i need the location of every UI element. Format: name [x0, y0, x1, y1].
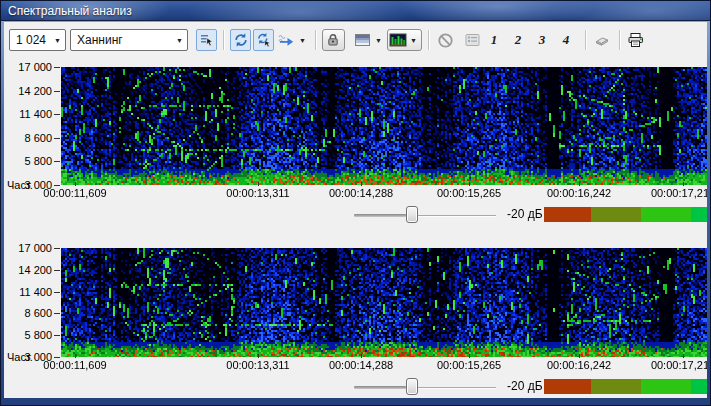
time-tick-mark [469, 182, 470, 186]
channel-top: 17 00014 20011 4008 6005 800Част.3 000 0… [4, 67, 707, 224]
time-tick-label: 00:00:17,219 [651, 359, 707, 371]
channel-page-4-button[interactable]: 4 [563, 32, 573, 48]
legend-panel-button[interactable] [462, 29, 483, 51]
window-title: Спектральный анализ [1, 4, 132, 18]
time-tick-mark [469, 354, 470, 358]
refresh-icon [233, 32, 249, 48]
wave-arrow-icon [278, 32, 296, 48]
time-tick-mark [683, 354, 684, 358]
mini-spectrogram-icon [389, 32, 407, 48]
slider-thumb[interactable] [406, 378, 418, 395]
time-tick-mark [683, 182, 684, 186]
time-tick-label: 00:00:14,288 [329, 359, 393, 371]
window-content: 1 024 ▼ Ханнинг ▼ [4, 22, 707, 398]
freq-tick-row: 8 600 [4, 307, 61, 319]
time-tick-mark [258, 182, 259, 186]
select-region-button[interactable] [196, 29, 217, 51]
time-tick-mark [75, 182, 76, 186]
printer-icon [627, 32, 645, 49]
time-tick-mark [579, 182, 580, 186]
chevron-down-icon[interactable]: ▼ [375, 37, 382, 44]
level-row: -20 дБ [4, 378, 707, 396]
refresh-selection-button[interactable] [253, 29, 274, 51]
freq-tick-row: 8 600 [4, 132, 61, 144]
slider-fill [354, 386, 406, 389]
channel-page-1-button[interactable]: 1 [491, 32, 501, 48]
level-scale-segment [641, 379, 691, 394]
disable-overlay-button[interactable] [435, 29, 456, 51]
time-tick-label: 00:00:16,242 [547, 359, 611, 371]
palette-mode-split-button[interactable]: ▼ [387, 29, 422, 51]
channel-page-3-button[interactable]: 3 [539, 32, 549, 48]
prohibition-icon [437, 32, 454, 49]
freq-tick-row: 11 400 [4, 286, 61, 298]
time-tick-label: 00:00:16,242 [547, 187, 611, 199]
frequency-axis: 17 00014 20011 4008 6005 800Част.3 000 [4, 67, 61, 185]
level-row: -20 дБ [4, 206, 707, 224]
level-scale-segment [591, 379, 641, 394]
list-cursor-icon [199, 32, 215, 48]
toolbar-separator [223, 30, 224, 50]
chevron-down-icon: ▼ [176, 37, 183, 44]
freq-tick-label: 8 600 [24, 132, 52, 144]
channel-page-2-button[interactable]: 2 [515, 32, 525, 48]
level-scale-segment [591, 207, 641, 222]
freq-tick-mark [54, 270, 60, 271]
level-scale-segment [544, 379, 591, 394]
freq-tick-mark [54, 292, 60, 293]
freq-tick-row: 5 800 [4, 329, 61, 341]
level-db-label: -20 дБ [507, 379, 543, 393]
freq-tick-label: 11 400 [19, 108, 52, 120]
refresh-button[interactable] [230, 29, 251, 51]
print-button[interactable] [626, 29, 647, 51]
level-scale-segment [641, 207, 691, 222]
time-tick-mark [75, 354, 76, 358]
erase-button[interactable] [592, 29, 613, 51]
freq-tick-mark [54, 335, 60, 336]
slider-thumb[interactable] [406, 206, 418, 223]
list-panel-icon [464, 32, 481, 48]
chevron-down-icon[interactable]: ▼ [299, 37, 306, 44]
time-tick-label: 00:00:14,288 [329, 187, 393, 199]
freq-tick-row: 14 200 [4, 264, 61, 276]
time-tick-label: 00:00:13,311 [226, 187, 289, 199]
freq-tick-label: 5 800 [24, 329, 52, 341]
time-tick-mark [361, 354, 362, 358]
spectrogram-canvas[interactable] [61, 67, 707, 185]
display-mode-button[interactable] [352, 29, 373, 51]
lock-button[interactable] [322, 29, 345, 51]
follow-playback-button[interactable] [276, 29, 297, 51]
freq-tick-mark [54, 67, 60, 68]
chevron-down-icon[interactable]: ▼ [407, 37, 420, 44]
freq-tick-row: 17 000 [4, 242, 61, 254]
freq-tick-label: 14 200 [18, 85, 52, 97]
titlebar[interactable]: Спектральный анализ [1, 1, 710, 21]
freq-tick-mark [54, 248, 60, 249]
spectrogram-canvas[interactable] [61, 248, 707, 357]
freq-tick-label: 5 800 [24, 155, 52, 167]
time-axis: 00:00:11,60900:00:13,31100:00:14,28800:0… [4, 185, 707, 200]
level-scale-segment [691, 379, 707, 394]
freq-tick-mark [54, 91, 60, 92]
channel-bottom: 17 00014 20011 4008 6005 800Част.3 000 0… [4, 248, 707, 396]
level-scale-segment [691, 207, 707, 222]
spectral-analysis-window: Спектральный анализ 1 024 ▼ Ханнинг ▼ [0, 0, 711, 406]
fft-size-value: 1 024 [16, 33, 46, 47]
freq-tick-label: 14 200 [18, 264, 52, 276]
time-tick-label: 00:00:13,311 [226, 359, 289, 371]
toolbar: 1 024 ▼ Ханнинг ▼ [4, 22, 707, 58]
fft-size-select[interactable]: 1 024 ▼ [9, 29, 66, 51]
level-slider[interactable] [354, 378, 496, 396]
window-function-select[interactable]: Ханнинг ▼ [70, 29, 188, 51]
level-scale-segment [544, 207, 591, 222]
freq-tick-mark [54, 313, 60, 314]
time-tick-label: 00:00:15,265 [437, 359, 501, 371]
level-slider[interactable] [354, 206, 496, 224]
toolbar-separator [585, 30, 586, 50]
level-color-scale [544, 207, 707, 222]
toolbar-separator [315, 30, 316, 50]
freq-tick-mark [54, 138, 60, 139]
time-tick-mark [361, 182, 362, 186]
freq-tick-row: 17 000 [4, 61, 61, 73]
freq-tick-label: 17 000 [18, 242, 52, 254]
